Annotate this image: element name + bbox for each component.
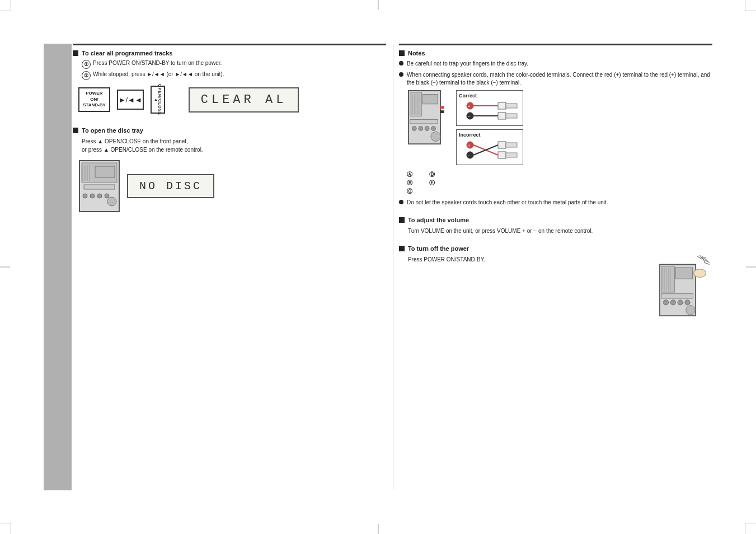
poweroff-content: Press POWER ON/STAND-BY. [399,255,712,318]
svg-rect-37 [506,104,517,108]
reg-mark-tl [0,0,11,11]
bullet1-text: Be careful not to trap your fingers in t… [407,60,528,68]
volume-icon [399,217,405,223]
svg-text:+: + [468,143,471,148]
section-power-off: To turn off the power Press POWER ON/STA… [399,245,712,318]
section-notes-header [399,44,712,45]
stereo-device-svg [78,160,120,213]
notes-icon [399,50,405,56]
svg-point-61 [670,300,675,305]
bullet2-icon [399,72,403,77]
step2-text: While stopped, press ►/◄◄ (or ►/◄◄ on th… [93,71,224,77]
svg-point-24 [412,127,416,131]
wire-diagrams-right: Correct [456,90,523,165]
svg-point-8 [83,194,87,198]
poweroff-icon [399,246,405,251]
svg-rect-47 [506,143,517,147]
open-close-button-illustration: OPEN/CLOSE ▲ [151,86,165,114]
svg-rect-59 [661,294,693,298]
center-divider [393,44,393,490]
power-button-illustration: POWERON/STAND-BY [78,87,110,111]
center-mark-bottom [378,524,378,534]
step2-circle: ② [82,71,91,80]
main-content: To clear all programmed tracks ① Press P… [73,44,712,490]
stereo-wire-left: Correct [407,90,523,165]
svg-rect-46 [498,152,506,158]
step1-text: Press POWER ON/STAND-BY to turn on the p… [93,60,222,66]
annotation-row: Ⓐ Ⓑ Ⓒ Ⓓ Ⓔ [407,171,712,195]
svg-point-25 [419,127,423,131]
svg-point-63 [685,300,690,305]
section-poweroff-title: To turn off the power [399,245,712,252]
svg-point-26 [425,127,429,131]
section-volume: To adjust the volume Turn VOLUME on the … [399,217,712,235]
step2-row: ② While stopped, press ►/◄◄ (or ►/◄◄ on … [82,71,386,80]
svg-rect-45 [498,142,506,148]
svg-point-10 [97,194,102,198]
section-notes: Notes Be careful not to trap your finger… [399,44,712,207]
svg-rect-36 [498,113,506,119]
svg-rect-6 [95,166,115,177]
open-disc-text2: or press ▲ OPEN/CLOSE on the remote cont… [82,146,386,154]
correct-wire-box: Correct [456,90,523,126]
incorrect-wire-box: Incorrect + [456,129,523,165]
svg-rect-30 [440,110,444,113]
svg-rect-7 [84,185,115,189]
note-bullet2: When connecting speaker cords, match the… [399,71,712,87]
anno-d: Ⓓ [429,171,435,179]
section-clear-all: To clear all programmed tracks ① Press P… [73,44,386,114]
svg-point-28 [431,132,440,141]
section1-header-line [73,44,386,45]
anno-right: Ⓓ Ⓔ [429,171,435,195]
center-mark-top [378,0,378,10]
bullet1-icon [399,61,403,65]
svg-text:−: − [468,153,471,158]
anno-c: Ⓒ [407,188,412,195]
svg-line-70 [704,263,710,265]
section1-icon [73,50,78,56]
section2-icon [73,128,78,133]
wire-diagram-area: Correct [407,90,712,165]
clear-all-display: CLEAR AL [189,87,299,113]
anno-a: Ⓐ [407,171,412,179]
correct-wire-svg: + − [459,100,520,121]
anno-b: Ⓑ [407,179,412,187]
svg-text:+: + [468,104,471,109]
bullet2-text: When connecting speaker cords, match the… [407,71,712,87]
note-bullet3: Do not let the speaker cords touch each … [399,199,712,207]
poweroff-stereo-svg [656,255,712,317]
svg-point-12 [107,197,116,206]
bullet3-icon [399,200,403,204]
reg-mark-tr [745,0,756,11]
center-mark-right [746,267,756,268]
anno-left: Ⓐ Ⓑ Ⓒ [407,171,412,195]
clear-all-illustration: POWERON/STAND-BY ►/◄◄ OPEN/CLOSE ▲ CLEAR… [78,86,386,114]
no-disc-display: NO DISC [127,174,214,198]
section-volume-title: To adjust the volume [399,217,712,223]
reg-mark-bl [0,523,11,534]
center-mark-left [0,267,10,268]
svg-rect-35 [498,102,506,109]
svg-point-62 [678,300,683,305]
step1-circle: ① [82,60,91,69]
svg-rect-58 [675,268,692,279]
sidebar [44,44,72,490]
reg-mark-br [745,523,756,534]
svg-point-11 [105,194,109,198]
svg-point-60 [663,300,668,305]
svg-rect-52 [661,266,675,292]
step1-row: ① Press POWER ON/STAND-BY to turn on the… [82,60,386,69]
clear-all-display-wrapper: CLEAR AL [189,87,299,113]
note-bullet1: Be careful not to trap your fingers in t… [399,60,712,68]
section1-title: To clear all programmed tracks [73,50,386,57]
svg-text:−: − [468,114,471,119]
right-column: Notes Be careful not to trap your finger… [399,44,712,490]
incorrect-label: Incorrect [459,132,520,138]
svg-rect-22 [423,95,438,104]
section-poweroff-body: Press POWER ON/STAND-BY. [408,255,645,264]
svg-rect-48 [506,153,517,157]
svg-point-64 [686,306,696,315]
svg-rect-23 [410,119,438,124]
section-volume-body: Turn VOLUME on the unit, or press VOLUME… [408,227,712,235]
incorrect-wire-svg: + − [459,139,520,161]
